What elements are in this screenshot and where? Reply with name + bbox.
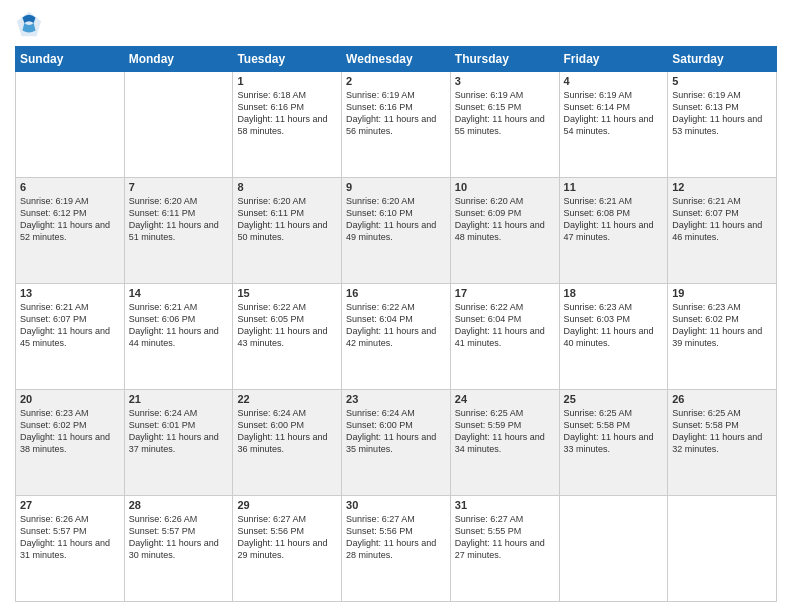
calendar-cell: 13Sunrise: 6:21 AMSunset: 6:07 PMDayligh… [16, 284, 125, 390]
cell-info: Sunrise: 6:25 AMSunset: 5:58 PMDaylight:… [672, 407, 772, 456]
day-number: 6 [20, 181, 120, 193]
cell-info: Sunrise: 6:26 AMSunset: 5:57 PMDaylight:… [20, 513, 120, 562]
week-row-4: 20Sunrise: 6:23 AMSunset: 6:02 PMDayligh… [16, 390, 777, 496]
day-number: 20 [20, 393, 120, 405]
logo [15, 10, 47, 38]
cell-info: Sunrise: 6:23 AMSunset: 6:02 PMDaylight:… [672, 301, 772, 350]
day-number: 29 [237, 499, 337, 511]
day-number: 26 [672, 393, 772, 405]
col-header-saturday: Saturday [668, 47, 777, 72]
day-number: 31 [455, 499, 555, 511]
cell-info: Sunrise: 6:27 AMSunset: 5:56 PMDaylight:… [237, 513, 337, 562]
calendar-cell: 24Sunrise: 6:25 AMSunset: 5:59 PMDayligh… [450, 390, 559, 496]
cell-info: Sunrise: 6:27 AMSunset: 5:56 PMDaylight:… [346, 513, 446, 562]
day-number: 19 [672, 287, 772, 299]
calendar-cell: 2Sunrise: 6:19 AMSunset: 6:16 PMDaylight… [342, 72, 451, 178]
calendar-cell [16, 72, 125, 178]
day-number: 12 [672, 181, 772, 193]
day-number: 28 [129, 499, 229, 511]
day-number: 25 [564, 393, 664, 405]
cell-info: Sunrise: 6:20 AMSunset: 6:09 PMDaylight:… [455, 195, 555, 244]
day-number: 10 [455, 181, 555, 193]
day-number: 18 [564, 287, 664, 299]
calendar-cell: 3Sunrise: 6:19 AMSunset: 6:15 PMDaylight… [450, 72, 559, 178]
calendar-cell [559, 496, 668, 602]
calendar-cell: 8Sunrise: 6:20 AMSunset: 6:11 PMDaylight… [233, 178, 342, 284]
cell-info: Sunrise: 6:21 AMSunset: 6:07 PMDaylight:… [20, 301, 120, 350]
day-number: 15 [237, 287, 337, 299]
calendar-cell: 22Sunrise: 6:24 AMSunset: 6:00 PMDayligh… [233, 390, 342, 496]
day-number: 5 [672, 75, 772, 87]
day-number: 11 [564, 181, 664, 193]
cell-info: Sunrise: 6:27 AMSunset: 5:55 PMDaylight:… [455, 513, 555, 562]
calendar-cell: 11Sunrise: 6:21 AMSunset: 6:08 PMDayligh… [559, 178, 668, 284]
calendar-cell: 31Sunrise: 6:27 AMSunset: 5:55 PMDayligh… [450, 496, 559, 602]
cell-info: Sunrise: 6:25 AMSunset: 5:59 PMDaylight:… [455, 407, 555, 456]
calendar-cell: 9Sunrise: 6:20 AMSunset: 6:10 PMDaylight… [342, 178, 451, 284]
cell-info: Sunrise: 6:22 AMSunset: 6:04 PMDaylight:… [346, 301, 446, 350]
col-header-wednesday: Wednesday [342, 47, 451, 72]
cell-info: Sunrise: 6:24 AMSunset: 6:00 PMDaylight:… [237, 407, 337, 456]
header [15, 10, 777, 38]
day-number: 9 [346, 181, 446, 193]
calendar-cell [668, 496, 777, 602]
calendar-cell: 1Sunrise: 6:18 AMSunset: 6:16 PMDaylight… [233, 72, 342, 178]
calendar-cell: 19Sunrise: 6:23 AMSunset: 6:02 PMDayligh… [668, 284, 777, 390]
day-number: 7 [129, 181, 229, 193]
calendar-cell: 16Sunrise: 6:22 AMSunset: 6:04 PMDayligh… [342, 284, 451, 390]
col-header-monday: Monday [124, 47, 233, 72]
day-number: 13 [20, 287, 120, 299]
calendar-cell [124, 72, 233, 178]
calendar-cell: 18Sunrise: 6:23 AMSunset: 6:03 PMDayligh… [559, 284, 668, 390]
cell-info: Sunrise: 6:22 AMSunset: 6:04 PMDaylight:… [455, 301, 555, 350]
cell-info: Sunrise: 6:23 AMSunset: 6:03 PMDaylight:… [564, 301, 664, 350]
day-number: 27 [20, 499, 120, 511]
cell-info: Sunrise: 6:26 AMSunset: 5:57 PMDaylight:… [129, 513, 229, 562]
cell-info: Sunrise: 6:18 AMSunset: 6:16 PMDaylight:… [237, 89, 337, 138]
col-header-friday: Friday [559, 47, 668, 72]
cell-info: Sunrise: 6:24 AMSunset: 6:00 PMDaylight:… [346, 407, 446, 456]
calendar-cell: 15Sunrise: 6:22 AMSunset: 6:05 PMDayligh… [233, 284, 342, 390]
day-number: 3 [455, 75, 555, 87]
cell-info: Sunrise: 6:23 AMSunset: 6:02 PMDaylight:… [20, 407, 120, 456]
calendar-cell: 23Sunrise: 6:24 AMSunset: 6:00 PMDayligh… [342, 390, 451, 496]
cell-info: Sunrise: 6:22 AMSunset: 6:05 PMDaylight:… [237, 301, 337, 350]
cell-info: Sunrise: 6:19 AMSunset: 6:13 PMDaylight:… [672, 89, 772, 138]
day-number: 14 [129, 287, 229, 299]
cell-info: Sunrise: 6:21 AMSunset: 6:06 PMDaylight:… [129, 301, 229, 350]
col-header-tuesday: Tuesday [233, 47, 342, 72]
calendar-cell: 25Sunrise: 6:25 AMSunset: 5:58 PMDayligh… [559, 390, 668, 496]
day-number: 30 [346, 499, 446, 511]
day-number: 22 [237, 393, 337, 405]
cell-info: Sunrise: 6:20 AMSunset: 6:11 PMDaylight:… [129, 195, 229, 244]
cell-info: Sunrise: 6:19 AMSunset: 6:15 PMDaylight:… [455, 89, 555, 138]
day-number: 2 [346, 75, 446, 87]
day-number: 1 [237, 75, 337, 87]
day-number: 17 [455, 287, 555, 299]
calendar-cell: 17Sunrise: 6:22 AMSunset: 6:04 PMDayligh… [450, 284, 559, 390]
calendar-cell: 14Sunrise: 6:21 AMSunset: 6:06 PMDayligh… [124, 284, 233, 390]
cell-info: Sunrise: 6:19 AMSunset: 6:16 PMDaylight:… [346, 89, 446, 138]
logo-icon [15, 10, 43, 38]
day-number: 21 [129, 393, 229, 405]
calendar-cell: 27Sunrise: 6:26 AMSunset: 5:57 PMDayligh… [16, 496, 125, 602]
cell-info: Sunrise: 6:21 AMSunset: 6:07 PMDaylight:… [672, 195, 772, 244]
cell-info: Sunrise: 6:20 AMSunset: 6:10 PMDaylight:… [346, 195, 446, 244]
calendar-cell: 12Sunrise: 6:21 AMSunset: 6:07 PMDayligh… [668, 178, 777, 284]
day-number: 8 [237, 181, 337, 193]
calendar-cell: 4Sunrise: 6:19 AMSunset: 6:14 PMDaylight… [559, 72, 668, 178]
calendar-cell: 7Sunrise: 6:20 AMSunset: 6:11 PMDaylight… [124, 178, 233, 284]
header-row: SundayMondayTuesdayWednesdayThursdayFrid… [16, 47, 777, 72]
cell-info: Sunrise: 6:20 AMSunset: 6:11 PMDaylight:… [237, 195, 337, 244]
calendar-cell: 10Sunrise: 6:20 AMSunset: 6:09 PMDayligh… [450, 178, 559, 284]
calendar-cell: 30Sunrise: 6:27 AMSunset: 5:56 PMDayligh… [342, 496, 451, 602]
page: SundayMondayTuesdayWednesdayThursdayFrid… [0, 0, 792, 612]
cell-info: Sunrise: 6:25 AMSunset: 5:58 PMDaylight:… [564, 407, 664, 456]
calendar-table: SundayMondayTuesdayWednesdayThursdayFrid… [15, 46, 777, 602]
calendar-cell: 26Sunrise: 6:25 AMSunset: 5:58 PMDayligh… [668, 390, 777, 496]
col-header-sunday: Sunday [16, 47, 125, 72]
calendar-cell: 21Sunrise: 6:24 AMSunset: 6:01 PMDayligh… [124, 390, 233, 496]
calendar-cell: 5Sunrise: 6:19 AMSunset: 6:13 PMDaylight… [668, 72, 777, 178]
calendar-cell: 29Sunrise: 6:27 AMSunset: 5:56 PMDayligh… [233, 496, 342, 602]
calendar-cell: 28Sunrise: 6:26 AMSunset: 5:57 PMDayligh… [124, 496, 233, 602]
